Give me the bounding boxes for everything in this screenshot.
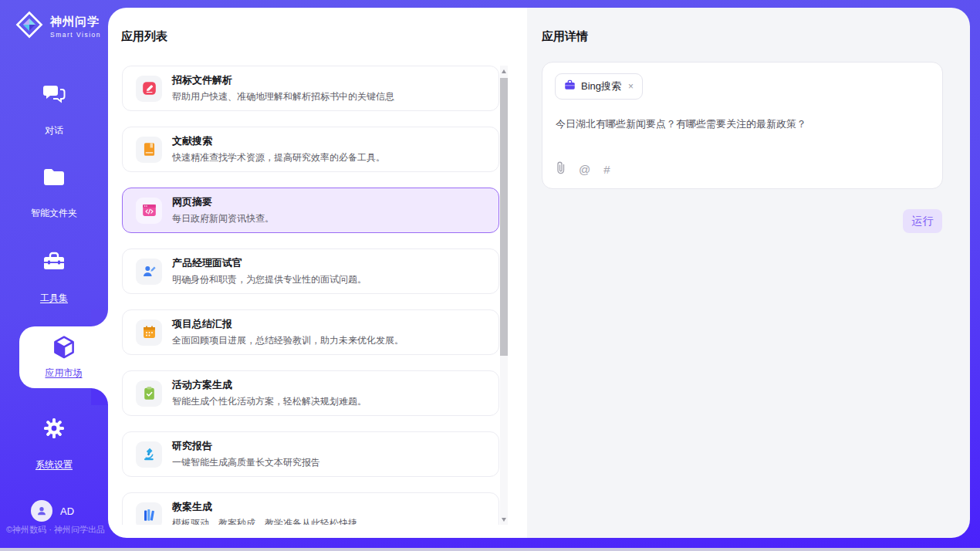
app-desc: 一键智能生成高质量长文本研究报告 xyxy=(172,456,320,469)
user-name: AD xyxy=(60,505,74,517)
browser-code-icon xyxy=(136,198,162,224)
app-desc: 明确身份和职责，为您提供专业性的面试问题。 xyxy=(172,273,367,286)
app-card-research-report[interactable]: 研究报告 一键智能生成高质量长文本研究报告 xyxy=(122,431,499,477)
app-title: 活动方案生成 xyxy=(172,378,367,392)
app-list-title: 应用列表 xyxy=(121,29,167,44)
sidebar-item-smart-folder[interactable]: 智能文件夹 xyxy=(0,167,108,220)
sidebar-item-label: 工具集 xyxy=(40,292,68,305)
chat-icon xyxy=(0,83,108,105)
run-button[interactable]: 运行 xyxy=(903,209,942,233)
person-icon xyxy=(35,505,48,517)
blob-fillet-top xyxy=(91,309,108,326)
app-list-panel: 应用列表 招标文件解析 帮助用户快速、准确地理解和解析招标书中的关键信息 xyxy=(108,8,527,538)
app-desc: 智能生成个性化活动方案，轻松解决规划难题。 xyxy=(172,395,367,408)
toolbox-icon xyxy=(0,251,108,272)
app-title: 文献搜索 xyxy=(172,134,385,148)
books-icon xyxy=(136,502,162,526)
doc-edit-icon xyxy=(136,76,162,102)
sidebar-item-chat[interactable]: 对话 xyxy=(0,83,108,137)
app-desc: 快速精准查找学术资源，提高研究效率的必备工具。 xyxy=(172,151,385,164)
sidebar-item-app-market[interactable]: 应用市场 xyxy=(19,326,108,388)
app-desc: 帮助用户快速、准确地理解和解析招标书中的关键信息 xyxy=(172,90,394,103)
scrollbar-down-arrow-icon[interactable] xyxy=(500,514,508,525)
avatar xyxy=(31,500,52,522)
sidebar-item-label: 智能文件夹 xyxy=(31,207,77,220)
app-title: 招标文件解析 xyxy=(172,73,394,87)
app-title: 教案生成 xyxy=(172,500,357,514)
tool-chip-bing-search[interactable]: Bing搜索 × xyxy=(555,73,643,100)
prompt-card: Bing搜索 × 今日湖北有哪些新闻要点？有哪些需要关注的最新政策？ @ # xyxy=(542,62,943,189)
prompt-toolbar: @ # xyxy=(556,161,610,177)
briefcase-icon xyxy=(564,79,576,93)
microscope-icon xyxy=(136,441,162,468)
clipboard-check-icon xyxy=(136,380,162,407)
book-icon xyxy=(136,137,162,163)
sidebar-footer: ©神州数码 · 神州问学出品 xyxy=(6,524,108,536)
logo-subtitle: Smart Vision xyxy=(50,31,101,39)
app-title: 项目总结汇报 xyxy=(172,317,404,331)
user-account[interactable]: AD xyxy=(31,500,74,522)
app-list: 招标文件解析 帮助用户快速、准确地理解和解析招标书中的关键信息 文献搜索 快速精… xyxy=(122,66,499,525)
app-card-pm-interviewer[interactable]: 产品经理面试官 明确身份和职责，为您提供专业性的面试问题。 xyxy=(122,248,499,294)
cube-icon xyxy=(51,350,77,363)
logo-title: 神州问学 xyxy=(50,15,101,29)
app-detail-title: 应用详情 xyxy=(542,29,588,44)
app-card-project-summary[interactable]: 项目总结汇报 全面回顾项目进展，总结经验教训，助力未来优化发展。 xyxy=(122,309,499,355)
app-desc: 每日政府新闻资讯快查。 xyxy=(172,212,274,225)
app-title: 网页摘要 xyxy=(172,195,274,209)
window-bottom-edge xyxy=(0,548,980,551)
scrollbar-up-arrow-icon[interactable] xyxy=(500,66,508,76)
app-card-web-summary[interactable]: 网页摘要 每日政府新闻资讯快查。 xyxy=(122,188,499,233)
sidebar-item-label: 对话 xyxy=(45,124,63,137)
interviewer-icon xyxy=(136,259,162,285)
app-desc: 模板驱动，教案秒成，教学准备从此轻松快捷 xyxy=(172,517,357,525)
app-card-event-plan[interactable]: 活动方案生成 智能生成个性化活动方案，轻松解决规划难题。 xyxy=(122,370,499,416)
app-logo: 神州问学 Smart Vision xyxy=(14,9,101,43)
app-card-bid-parse[interactable]: 招标文件解析 帮助用户快速、准确地理解和解析招标书中的关键信息 xyxy=(122,66,499,111)
chip-close-icon[interactable]: × xyxy=(628,81,634,92)
list-scrollbar[interactable] xyxy=(500,66,508,525)
app-title: 产品经理面试官 xyxy=(172,256,367,270)
content-area: 应用列表 招标文件解析 帮助用户快速、准确地理解和解析招标书中的关键信息 xyxy=(108,8,970,538)
prompt-input[interactable]: 今日湖北有哪些新闻要点？有哪些需要关注的最新政策？ xyxy=(556,117,926,131)
diamond-logo-icon xyxy=(14,9,45,43)
app-card-literature-search[interactable]: 文献搜索 快速精准查找学术资源，提高研究效率的必备工具。 xyxy=(122,127,499,172)
app-desc: 全面回顾项目进展，总结经验教训，助力未来优化发展。 xyxy=(172,334,404,347)
blob-fillet-bottom xyxy=(91,388,108,405)
sidebar-item-label: 应用市场 xyxy=(46,367,83,380)
sidebar: 神州问学 Smart Vision 对话 智能文件夹 xyxy=(0,0,108,551)
sidebar-item-label: 系统设置 xyxy=(35,458,73,472)
app-title: 研究报告 xyxy=(172,439,320,453)
tool-chip-label: Bing搜索 xyxy=(581,79,621,93)
app-card-lesson-plan[interactable]: 教案生成 模板驱动，教案秒成，教学准备从此轻松快捷 xyxy=(122,492,499,525)
sidebar-item-settings[interactable]: 系统设置 xyxy=(0,417,108,472)
folder-icon xyxy=(0,167,108,188)
paperclip-icon[interactable] xyxy=(556,161,566,177)
app-detail-panel: 应用详情 Bing搜索 × 今日湖北有哪些新闻要点？有哪些需要关注的最新政策？ xyxy=(527,8,970,538)
gear-icon xyxy=(0,417,108,439)
mention-icon[interactable]: @ xyxy=(579,163,590,176)
hash-icon[interactable]: # xyxy=(603,163,610,176)
scrollbar-thumb[interactable] xyxy=(500,78,508,356)
sidebar-item-toolset[interactable]: 工具集 xyxy=(0,251,108,305)
calendar-icon xyxy=(136,319,162,346)
